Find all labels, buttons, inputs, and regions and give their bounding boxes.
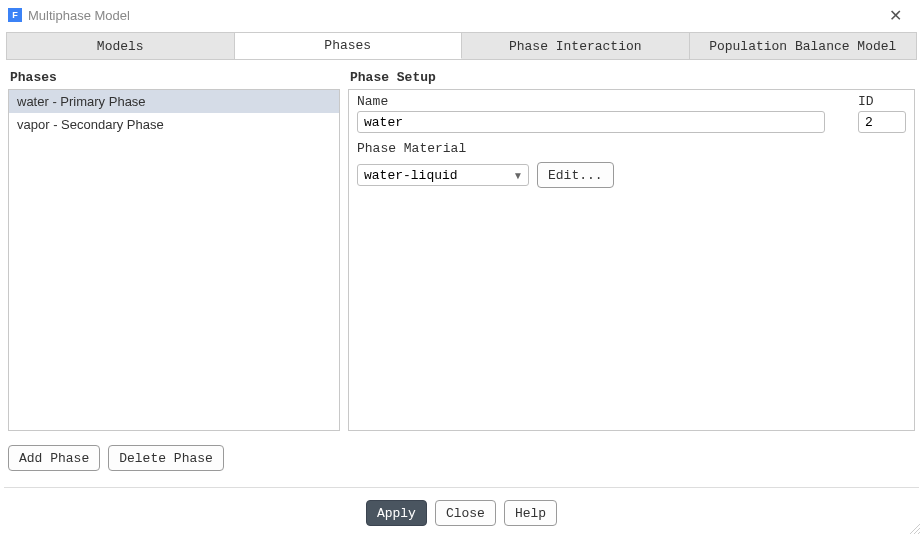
phase-setup-panel: Phase Setup Name ID Phase Material ▼ — [348, 70, 915, 431]
id-input[interactable] — [858, 111, 906, 133]
phase-setup-box: Name ID Phase Material ▼ Edit... — [348, 89, 915, 431]
apply-button[interactable]: Apply — [366, 500, 427, 526]
window-close-button[interactable]: ✕ — [875, 6, 915, 25]
tab-bar: Models Phases Phase Interaction Populati… — [6, 32, 917, 60]
window-title: Multiphase Model — [28, 8, 130, 23]
phase-item[interactable]: water - Primary Phase — [9, 90, 339, 113]
name-label: Name — [357, 94, 848, 109]
tab-label: Population Balance Model — [709, 39, 896, 54]
phase-material-value[interactable] — [357, 164, 529, 186]
app-icon: F — [8, 8, 22, 22]
phase-setup-heading: Phase Setup — [348, 70, 915, 85]
phases-list[interactable]: water - Primary Phase vapor - Secondary … — [8, 89, 340, 431]
phase-item[interactable]: vapor - Secondary Phase — [9, 113, 339, 136]
id-label: ID — [858, 94, 906, 109]
phases-heading: Phases — [8, 70, 340, 85]
resize-grip-icon[interactable] — [907, 521, 921, 535]
tab-models[interactable]: Models — [7, 33, 235, 59]
phase-material-label: Phase Material — [357, 141, 906, 156]
phase-material-select[interactable]: ▼ — [357, 164, 529, 186]
tab-phase-interaction[interactable]: Phase Interaction — [462, 33, 690, 59]
content-area: Phases water - Primary Phase vapor - Sec… — [0, 60, 923, 431]
tab-label: Phase Interaction — [509, 39, 642, 54]
edit-material-button[interactable]: Edit... — [537, 162, 614, 188]
phase-action-buttons: Add Phase Delete Phase — [8, 445, 923, 471]
phases-panel: Phases water - Primary Phase vapor - Sec… — [8, 70, 340, 431]
svg-line-2 — [918, 532, 920, 534]
tab-phases[interactable]: Phases — [235, 33, 463, 59]
tab-label: Phases — [324, 38, 371, 53]
footer-buttons: Apply Close Help — [0, 500, 923, 526]
tab-population-balance-model[interactable]: Population Balance Model — [690, 33, 917, 59]
add-phase-button[interactable]: Add Phase — [8, 445, 100, 471]
close-button[interactable]: Close — [435, 500, 496, 526]
footer-separator — [4, 487, 919, 488]
name-input[interactable] — [357, 111, 825, 133]
delete-phase-button[interactable]: Delete Phase — [108, 445, 224, 471]
title-bar: F Multiphase Model ✕ — [0, 0, 923, 30]
tab-label: Models — [97, 39, 144, 54]
help-button[interactable]: Help — [504, 500, 557, 526]
